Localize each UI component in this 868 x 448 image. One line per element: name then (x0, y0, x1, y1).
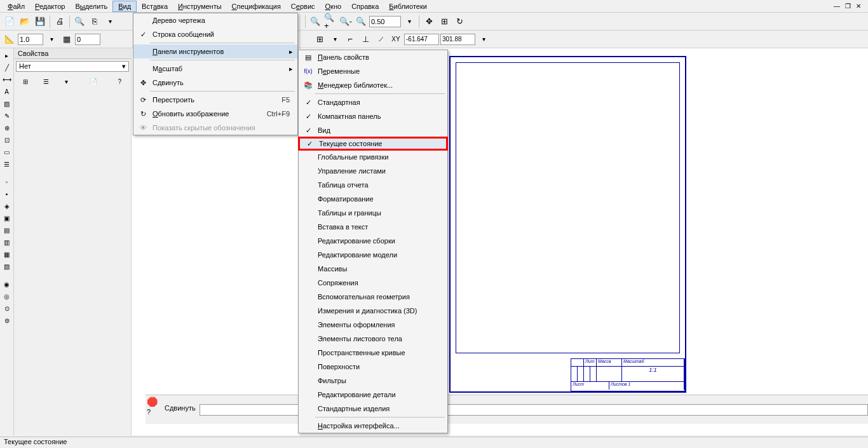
open-icon[interactable]: 📂 (18, 15, 32, 29)
submenu-edit-assembly[interactable]: Редактирование сборки (299, 234, 447, 248)
menu-item-msgline[interactable]: ✓Строка сообщений (133, 27, 297, 41)
submenu-report-table[interactable]: Таблица отчета (299, 178, 447, 192)
submenu-surfaces[interactable]: Поверхности (299, 360, 447, 374)
submenu-compact[interactable]: ✓Компактная панель (299, 109, 447, 123)
submenu-global-snaps[interactable]: Глобальные привязки (299, 150, 447, 164)
tool-b-icon[interactable]: ▪ (1, 188, 13, 200)
submenu-space-curves[interactable]: Пространственные кривые (299, 346, 447, 360)
submenu-tables-borders[interactable]: Таблицы и границы (299, 206, 447, 220)
tool-line-icon[interactable]: ╱ (1, 62, 13, 73)
snap-perp-icon[interactable]: ⊥ (358, 32, 372, 46)
props-help-icon[interactable]: ? (114, 76, 125, 87)
submenu-view[interactable]: ✓Вид (299, 123, 447, 137)
submenu-formatting[interactable]: Форматирование (299, 192, 447, 206)
submenu-design-elements[interactable]: Элементы оформления (299, 318, 447, 332)
tool-spec-icon[interactable]: ☰ (1, 158, 13, 170)
tool-dim-icon[interactable]: ⟷ (1, 74, 13, 85)
submenu-ui-config[interactable]: Настройка интерфейса... (299, 419, 447, 433)
menu-select[interactable]: Выделить (70, 1, 112, 11)
coord-x-input[interactable] (404, 34, 439, 45)
scale-input[interactable] (18, 34, 43, 45)
restore-icon[interactable]: ❐ (843, 2, 852, 11)
ortho-icon[interactable]: ⌐ (343, 32, 357, 46)
menu-item-tree[interactable]: Дерево чертежа (133, 13, 297, 27)
tool-g-icon[interactable]: ▦ (1, 248, 13, 260)
menu-item-scale[interactable]: Масштаб▸ (133, 62, 297, 76)
menu-view[interactable]: Вид (112, 1, 137, 12)
grid-icon[interactable]: ⊞ (437, 15, 451, 29)
tool-d-icon[interactable]: ▣ (1, 212, 13, 224)
tool-k-icon[interactable]: ⊙ (1, 302, 13, 314)
tool-i-icon[interactable]: ◉ (1, 278, 13, 290)
menu-window[interactable]: Окно (320, 1, 347, 11)
minimize-icon[interactable]: — (832, 2, 841, 11)
submenu-props-panel[interactable]: ▤Панель свойств (299, 50, 447, 64)
tool-a-icon[interactable]: ▫ (1, 176, 13, 187)
coord-dd-icon[interactable]: ▾ (477, 32, 491, 46)
step-input[interactable] (75, 34, 100, 45)
coord-y-input[interactable] (440, 34, 475, 45)
tool-hatch-icon[interactable]: ▨ (1, 98, 13, 109)
preview-icon[interactable]: 🔍 (72, 15, 86, 29)
tool-l-icon[interactable]: ⊚ (1, 315, 13, 326)
submenu-edit-part[interactable]: Редактирование детали (299, 388, 447, 402)
dropdown-icon[interactable]: ▾ (103, 15, 117, 29)
submenu-edit-model[interactable]: Редактирование модели (299, 248, 447, 262)
zoom-in-icon[interactable]: 🔍+ (323, 15, 337, 29)
zoom-fit-icon[interactable]: 🔍 (308, 15, 322, 29)
menu-item-refresh[interactable]: ↻Обновить изображениеCtrl+F9 (133, 107, 297, 121)
props-tree-icon[interactable]: ⊞ (20, 76, 31, 87)
menu-insert[interactable]: Вставка (137, 1, 173, 11)
submenu-standard[interactable]: ✓Стандартная (299, 95, 447, 109)
scale-dd-icon[interactable]: ▾ (44, 32, 58, 46)
submenu-mates[interactable]: Сопряжения (299, 276, 447, 290)
zoom-dd-icon[interactable]: ▾ (402, 15, 416, 29)
layer-icon[interactable]: ▦ (60, 32, 74, 46)
menu-tools[interactable]: Инструменты (173, 1, 227, 11)
tool-measure-icon[interactable]: ⊡ (1, 134, 13, 146)
tool-f-icon[interactable]: ▥ (1, 236, 13, 248)
print-icon[interactable]: 🖨 (53, 15, 67, 29)
submenu-sheet-body[interactable]: Элементы листового тела (299, 332, 447, 346)
submenu-insert-text[interactable]: Вставка в текст (299, 220, 447, 234)
menu-service[interactable]: Сервис (286, 1, 320, 11)
pan-icon[interactable]: ✥ (422, 15, 436, 29)
menu-file[interactable]: ФФайлайл (3, 1, 30, 11)
cut-icon[interactable]: ⎘ (88, 15, 102, 29)
submenu-variables[interactable]: f(x)Переменные (299, 64, 447, 78)
menu-item-rebuild[interactable]: ⟳ПерестроитьF5 (133, 93, 297, 107)
tool-select-icon[interactable]: ▭ (1, 146, 13, 158)
props-dropdown[interactable]: Нет▾ (16, 61, 129, 72)
tool-text-icon[interactable]: A (1, 86, 13, 97)
zoom-out-icon[interactable]: 🔍- (339, 15, 353, 29)
help-icon[interactable]: ? (147, 408, 159, 416)
tool-param-icon[interactable]: ⊕ (1, 122, 13, 133)
zoom-window-icon[interactable]: 🔍 (354, 15, 368, 29)
tool-pointer-icon[interactable]: ▸ (1, 50, 13, 61)
tool-edit-icon[interactable]: ✎ (1, 110, 13, 121)
refresh-icon[interactable]: ↻ (452, 15, 466, 29)
submenu-sheet-mgmt[interactable]: Управление листами (299, 164, 447, 178)
menu-item-move[interactable]: ✥Сдвинуть (133, 76, 297, 90)
tool-e-icon[interactable]: ▤ (1, 224, 13, 236)
submenu-current-state[interactable]: ✓Текущее состояние (298, 137, 448, 151)
new-icon[interactable]: 📄 (3, 15, 17, 29)
menu-libraries[interactable]: Библиотеки (384, 1, 432, 11)
submenu-measure-3d[interactable]: Измерения и диагностика (3D) (299, 304, 447, 318)
tool-j-icon[interactable]: ◎ (1, 290, 13, 302)
menu-item-toolbars[interactable]: Панели инструментов▸ (133, 44, 297, 58)
measure-icon[interactable]: 📐 (3, 32, 17, 46)
tool-c-icon[interactable]: ◈ (1, 200, 13, 212)
close-icon[interactable]: ✕ (854, 2, 863, 11)
submenu-lib-manager[interactable]: 📚Менеджер библиотек... (299, 78, 447, 92)
props-doc-icon[interactable]: 📄 (88, 76, 99, 87)
xy-icon[interactable]: XY (389, 32, 403, 46)
snap-grid-icon[interactable]: ⊞ (313, 32, 327, 46)
menu-spec[interactable]: Спецификация (227, 1, 286, 11)
menu-editor[interactable]: Редактор (30, 1, 70, 11)
tool-h-icon[interactable]: ▧ (1, 261, 13, 272)
submenu-std-products[interactable]: Стандартные изделия (299, 402, 447, 416)
props-filter-icon[interactable]: ▾ (61, 76, 72, 87)
submenu-arrays[interactable]: Массивы (299, 262, 447, 276)
zoom-input[interactable] (369, 16, 401, 27)
